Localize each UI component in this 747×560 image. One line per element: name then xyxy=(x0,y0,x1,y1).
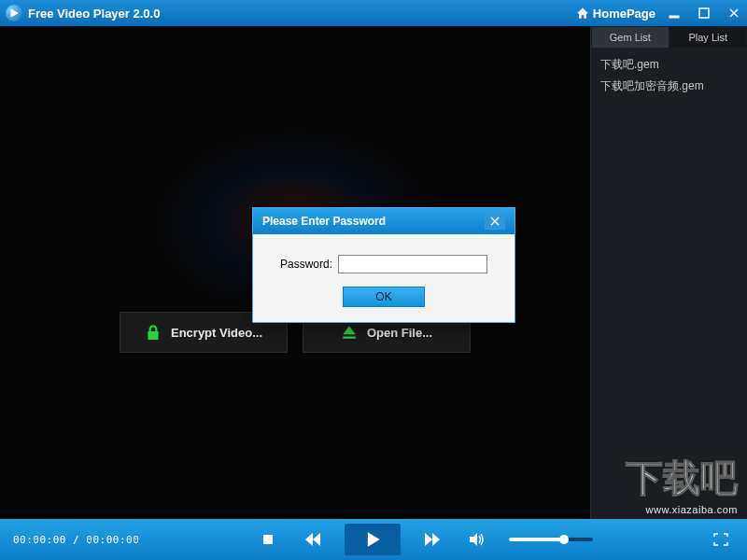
svg-marker-10 xyxy=(368,532,380,546)
fullscreen-icon xyxy=(713,533,728,546)
password-row: Password: xyxy=(280,255,487,273)
svg-rect-1 xyxy=(669,16,679,18)
svg-marker-8 xyxy=(313,533,320,546)
svg-rect-2 xyxy=(699,8,709,18)
next-button[interactable] xyxy=(419,526,445,553)
lock-icon xyxy=(145,324,162,341)
dialog-title: Please Enter Password xyxy=(262,215,386,228)
encrypt-video-label: Encrypt Video... xyxy=(171,326,262,340)
app-logo-icon xyxy=(6,5,22,21)
homepage-button[interactable]: HomePage xyxy=(576,7,655,21)
minimize-button[interactable] xyxy=(667,6,682,21)
volume-slider[interactable] xyxy=(509,538,593,541)
window-title: Free Video Player 2.0.0 xyxy=(28,7,160,21)
close-icon xyxy=(728,7,740,19)
volume-thumb[interactable] xyxy=(559,535,569,544)
fullscreen-button[interactable] xyxy=(708,526,734,553)
time-current: 00:00:00 xyxy=(13,534,66,546)
maximize-icon xyxy=(698,7,710,19)
svg-marker-11 xyxy=(425,533,432,546)
tab-play-list[interactable]: Play List xyxy=(669,26,748,49)
dialog-close-button[interactable] xyxy=(485,213,505,230)
svg-marker-13 xyxy=(470,533,477,546)
previous-icon xyxy=(305,533,320,546)
svg-marker-12 xyxy=(432,533,440,546)
titlebar: Free Video Player 2.0.0 HomePage xyxy=(0,0,747,26)
playlist-item[interactable]: 下载吧.gem xyxy=(600,54,738,76)
dialog-body: Password: OK xyxy=(253,234,514,322)
stop-icon xyxy=(261,533,275,546)
playlist-item[interactable]: 下载吧加密音频.gem xyxy=(600,76,738,97)
dialog-titlebar: Please Enter Password xyxy=(253,208,514,234)
svg-marker-0 xyxy=(11,9,18,17)
playback-controls: 00:00:00 / 00:00:00 xyxy=(0,519,747,560)
homepage-label: HomePage xyxy=(593,7,655,21)
close-icon xyxy=(490,217,500,226)
sidebar-tabs: Gem List Play List xyxy=(591,26,747,49)
open-file-label: Open File... xyxy=(367,326,432,340)
play-button[interactable] xyxy=(345,524,401,555)
volume-button[interactable] xyxy=(464,526,490,553)
svg-rect-6 xyxy=(343,337,356,339)
password-dialog: Please Enter Password Password: OK xyxy=(252,207,515,323)
ok-button[interactable]: OK xyxy=(343,287,425,307)
password-label: Password: xyxy=(280,258,332,271)
minimize-icon xyxy=(669,7,680,19)
password-input[interactable] xyxy=(338,255,487,273)
tab-gem-list[interactable]: Gem List xyxy=(591,26,669,49)
time-total: 00:00:00 xyxy=(86,534,139,546)
svg-rect-7 xyxy=(263,535,273,544)
close-button[interactable] xyxy=(726,6,741,21)
volume-icon xyxy=(470,533,485,546)
play-icon xyxy=(364,531,381,548)
sidebar: Gem List Play List 下载吧.gem 下载吧加密音频.gem xyxy=(590,26,747,519)
svg-marker-9 xyxy=(305,533,313,546)
stop-button[interactable] xyxy=(255,526,281,553)
ok-label: OK xyxy=(375,290,391,303)
home-icon xyxy=(576,7,589,20)
svg-marker-5 xyxy=(343,326,356,334)
maximize-button[interactable] xyxy=(697,6,712,21)
next-icon xyxy=(425,533,440,546)
playlist: 下载吧.gem 下载吧加密音频.gem xyxy=(591,49,747,103)
time-display: 00:00:00 / 00:00:00 xyxy=(13,534,139,546)
previous-button[interactable] xyxy=(300,526,326,553)
eject-icon xyxy=(341,324,358,341)
volume-fill xyxy=(509,538,566,541)
